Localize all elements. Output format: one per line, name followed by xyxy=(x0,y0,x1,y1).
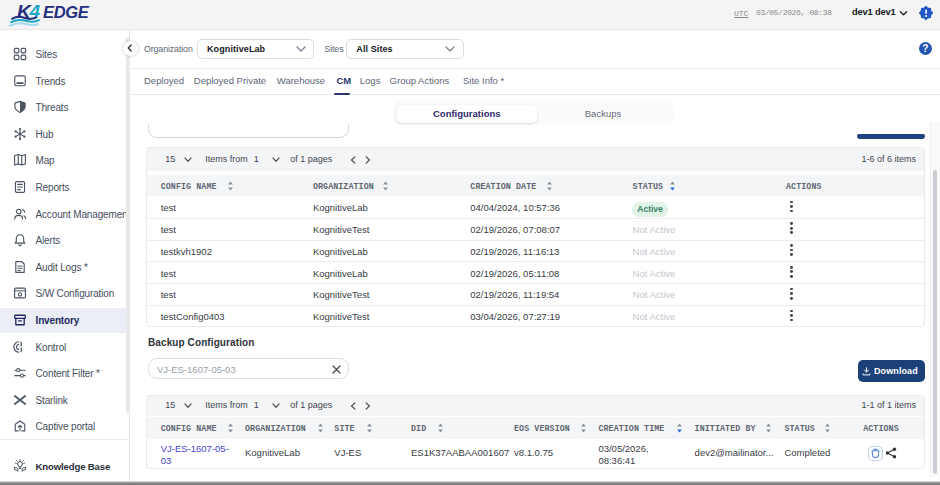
svg-text:EDGE: EDGE xyxy=(43,3,90,21)
